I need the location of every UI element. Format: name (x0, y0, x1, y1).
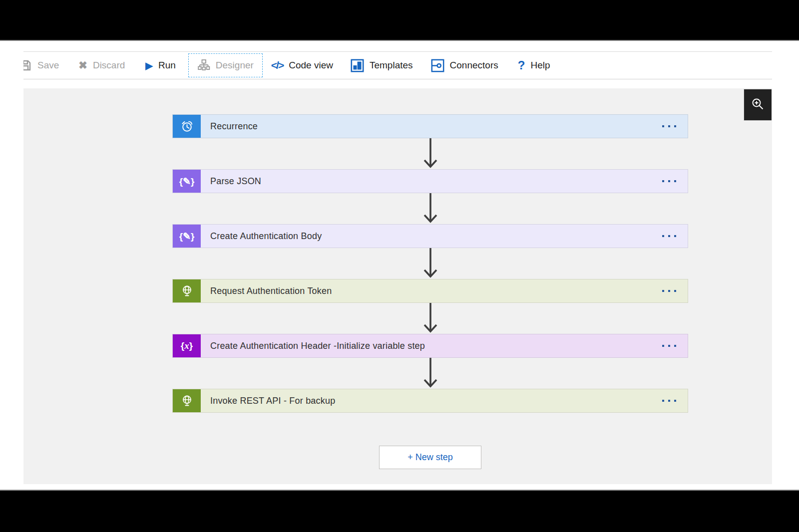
step-menu-button[interactable] (651, 115, 688, 138)
step-menu-button[interactable] (651, 334, 688, 357)
templates-label: Templates (370, 60, 413, 71)
step-card-recurrence[interactable]: Recurrence (172, 114, 688, 138)
discard-icon: ✖ (78, 59, 87, 71)
code-view-label: Code view (289, 60, 333, 71)
save-label: Save (37, 60, 59, 71)
step-title: Invoke REST API - For backup (201, 389, 651, 412)
flow-arrow (172, 303, 688, 334)
run-icon: ▶ (145, 60, 153, 71)
discard-label: Discard (93, 60, 125, 71)
new-step-button[interactable]: + New step (379, 446, 481, 469)
step-title: Create Authentication Body (201, 225, 651, 248)
help-button[interactable]: ? Help (518, 58, 550, 72)
designer-icon (197, 59, 210, 72)
letterbox-top (0, 0, 799, 41)
code-view-button[interactable]: </> Code view (271, 59, 333, 71)
alarm-clock-icon (173, 115, 201, 138)
step-title: Request Authentication Token (201, 279, 651, 302)
help-label: Help (530, 60, 550, 71)
discard-button[interactable]: ✖ Discard (78, 59, 125, 71)
ellipsis-icon (662, 400, 664, 402)
step-card-create-auth-body[interactable]: {✎} Create Authentication Body (172, 224, 688, 248)
workflow-canvas[interactable]: Recurrence {✎} Parse JSON (23, 88, 772, 484)
step-title: Parse JSON (201, 170, 651, 193)
code-view-icon: </> (271, 59, 283, 71)
step-menu-button[interactable] (651, 225, 688, 248)
letterbox-bottom (0, 490, 799, 532)
step-menu-button[interactable] (651, 389, 688, 412)
globe-icon (173, 389, 201, 412)
ellipsis-icon (662, 290, 664, 292)
designer-button[interactable]: Designer (188, 53, 263, 77)
step-card-parse-json[interactable]: {✎} Parse JSON (172, 169, 688, 193)
save-icon (23, 59, 32, 72)
braces-pencil-icon: {✎} (173, 225, 201, 248)
designer-label: Designer (216, 60, 254, 71)
braces-pencil-icon: {✎} (173, 170, 201, 193)
zoom-in-button[interactable] (744, 89, 772, 121)
run-label: Run (158, 60, 176, 71)
flow-arrow (172, 248, 688, 279)
connectors-icon (431, 59, 444, 72)
ellipsis-icon (662, 180, 664, 182)
run-button[interactable]: ▶ Run (145, 60, 175, 71)
step-title: Create Authentication Header -Initialize… (201, 334, 651, 357)
step-card-create-auth-header[interactable]: {x} Create Authentication Header -Initia… (172, 334, 688, 358)
templates-button[interactable]: Templates (351, 59, 413, 72)
connectors-label: Connectors (450, 60, 498, 71)
flow-arrow (172, 138, 688, 169)
step-title: Recurrence (201, 115, 651, 138)
ellipsis-icon (662, 345, 664, 347)
save-button[interactable]: Save (23, 59, 59, 72)
workflow-flow: Recurrence {✎} Parse JSON (172, 114, 688, 469)
step-menu-button[interactable] (651, 279, 688, 302)
step-card-request-auth-token[interactable]: Request Authentication Token (172, 279, 688, 303)
braces-x-variable-icon: {x} (173, 334, 201, 357)
globe-icon (173, 279, 201, 302)
flow-arrow (172, 193, 688, 224)
zoom-in-magnifier-icon (751, 97, 766, 113)
ellipsis-icon (662, 125, 664, 127)
connectors-button[interactable]: Connectors (431, 59, 498, 72)
flow-arrow (172, 358, 688, 389)
templates-icon (351, 59, 364, 72)
help-icon: ? (518, 58, 525, 72)
designer-toolbar: Save ✖ Discard ▶ Run Designer </> Code v… (23, 51, 772, 79)
step-card-invoke-rest-api[interactable]: Invoke REST API - For backup (172, 389, 688, 413)
step-menu-button[interactable] (651, 170, 688, 193)
ellipsis-icon (662, 235, 664, 237)
